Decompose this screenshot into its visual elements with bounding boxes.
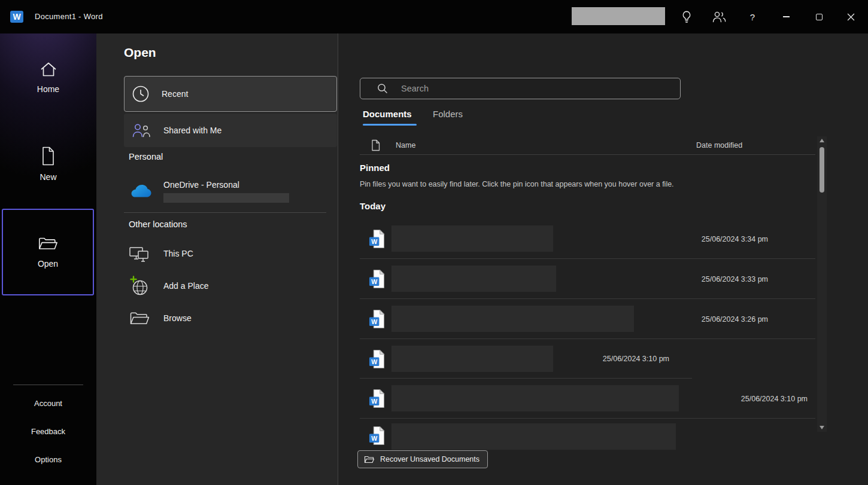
sidebar-item-feedback[interactable]: Feedback xyxy=(0,427,96,436)
file-row[interactable]: 25/06/2024 3:34 pm xyxy=(360,219,815,259)
scrollbar-down-button[interactable] xyxy=(817,423,827,432)
word-app-icon: W xyxy=(10,10,24,24)
nav-item-browse[interactable]: Browse xyxy=(124,302,337,334)
nav-item-onedrive-personal[interactable]: OneDrive - Personal xyxy=(124,172,337,211)
people-icon xyxy=(712,10,727,23)
titlebar-search-redacted[interactable] xyxy=(572,7,665,25)
pinned-description: Pin files you want to easily find later.… xyxy=(360,180,743,188)
word-backstage-window: W Document1 - Word ? xyxy=(0,0,868,485)
recover-folder-icon xyxy=(364,455,375,463)
file-list: 25/06/2024 3:34 pm 25/06/2024 3:33 pm 25… xyxy=(360,219,815,485)
onedrive-cloud-icon xyxy=(129,183,154,200)
scrollbar-thumb[interactable] xyxy=(820,147,824,193)
document-column-icon xyxy=(371,139,381,151)
file-date: 25/06/2024 3:26 pm xyxy=(702,315,768,324)
file-name-redacted xyxy=(391,423,676,450)
nav-item-label: Shared with Me xyxy=(163,126,221,135)
sidebar-divider xyxy=(13,385,83,385)
maximize-icon xyxy=(816,14,823,20)
file-row[interactable]: 25/06/2024 3:10 pm xyxy=(360,339,815,379)
file-date: 25/06/2024 3:33 pm xyxy=(702,275,768,283)
lightbulb-icon xyxy=(681,10,693,24)
nav-item-label: This PC xyxy=(163,249,193,258)
file-date: 25/06/2024 3:34 pm xyxy=(702,235,768,243)
nav-item-recent[interactable]: Recent xyxy=(124,76,337,112)
sidebar-item-label: New xyxy=(40,172,56,182)
nav-item-shared-with-me[interactable]: Shared with Me xyxy=(124,114,337,147)
file-date: 25/06/2024 3:10 pm xyxy=(741,395,808,403)
scrollbar-up-button[interactable] xyxy=(817,136,827,145)
sidebar-item-options[interactable]: Options xyxy=(0,455,96,464)
sidebar-item-account[interactable]: Account xyxy=(0,399,96,408)
search-icon xyxy=(377,83,388,94)
file-row[interactable]: 25/06/2024 3:26 pm xyxy=(360,299,815,339)
arrow-up-icon xyxy=(820,139,824,142)
minimize-button[interactable] xyxy=(772,0,800,33)
section-header-personal: Personal xyxy=(129,152,163,161)
word-file-icon xyxy=(369,426,385,446)
tab-documents[interactable]: Documents xyxy=(363,109,412,119)
window-title: Document1 - Word xyxy=(35,0,103,33)
titlebar: W Document1 - Word ? xyxy=(0,0,868,33)
shared-people-icon xyxy=(131,122,151,139)
home-icon xyxy=(40,61,57,78)
sidebar-item-label: Home xyxy=(37,84,59,94)
close-button[interactable] xyxy=(837,0,864,33)
browse-folder-icon xyxy=(129,310,150,327)
column-header-date-modified[interactable]: Date modified xyxy=(696,141,742,150)
help-icon: ? xyxy=(750,12,755,22)
file-name-redacted xyxy=(391,346,553,372)
maximize-button[interactable] xyxy=(805,0,833,33)
page-title: Open xyxy=(124,45,156,60)
scrollbar[interactable] xyxy=(817,136,827,432)
sidebar-item-open[interactable]: Open xyxy=(2,209,94,295)
column-header-name[interactable]: Name xyxy=(396,141,415,150)
file-list-pane: Documents Folders Name Date modified Pin… xyxy=(338,33,868,485)
recover-unsaved-documents-button[interactable]: Recover Unsaved Documents xyxy=(357,450,488,468)
account-button[interactable] xyxy=(708,0,730,33)
word-file-icon xyxy=(369,349,385,369)
open-locations-panel: Open Recent Shared with Me Personal xyxy=(96,33,338,485)
pinned-section-title: Pinned xyxy=(360,163,390,173)
recover-button-label: Recover Unsaved Documents xyxy=(380,455,479,463)
nav-item-label: Add a Place xyxy=(163,281,209,291)
section-header-other-locations: Other locations xyxy=(129,219,187,229)
search-box[interactable] xyxy=(360,78,681,99)
tab-folders[interactable]: Folders xyxy=(433,109,463,119)
sidebar-item-new[interactable]: New xyxy=(0,147,96,182)
panel-divider xyxy=(124,212,326,213)
active-tab-underline xyxy=(363,124,417,126)
svg-text:W: W xyxy=(13,12,21,22)
file-name-redacted xyxy=(391,266,556,292)
file-row[interactable]: 25/06/2024 3:10 pm xyxy=(360,379,815,419)
file-name-redacted xyxy=(391,225,553,252)
search-input[interactable] xyxy=(401,84,680,93)
file-name-redacted xyxy=(391,385,679,411)
backstage-sidebar: Home New Open Account Feedback Options xyxy=(0,33,96,485)
nav-item-label: OneDrive - Personal xyxy=(163,180,289,190)
help-button[interactable]: ? xyxy=(741,0,764,33)
ideas-button[interactable] xyxy=(675,0,698,33)
minimize-icon xyxy=(783,16,790,17)
clock-icon xyxy=(132,85,150,103)
nav-item-this-pc[interactable]: This PC xyxy=(124,237,337,270)
today-section-title: Today xyxy=(360,201,386,211)
account-email-redacted xyxy=(163,193,289,203)
file-row[interactable]: 25/06/2024 3:33 pm xyxy=(360,259,815,299)
word-file-icon xyxy=(369,389,385,408)
open-folder-icon xyxy=(38,236,58,252)
header-divider xyxy=(360,154,815,155)
new-document-icon xyxy=(40,147,56,166)
word-file-icon xyxy=(369,309,385,329)
this-pc-icon xyxy=(129,244,150,263)
word-file-icon xyxy=(369,269,385,289)
nav-item-label: Recent xyxy=(162,89,188,99)
nav-item-add-a-place[interactable]: Add a Place xyxy=(124,270,337,302)
file-name-redacted xyxy=(391,306,634,332)
nav-item-label: Browse xyxy=(163,313,192,323)
sidebar-item-label: Open xyxy=(38,259,58,269)
sidebar-item-home[interactable]: Home xyxy=(0,61,96,94)
close-icon xyxy=(847,13,855,21)
arrow-down-icon xyxy=(820,426,824,429)
word-file-icon xyxy=(369,229,385,249)
